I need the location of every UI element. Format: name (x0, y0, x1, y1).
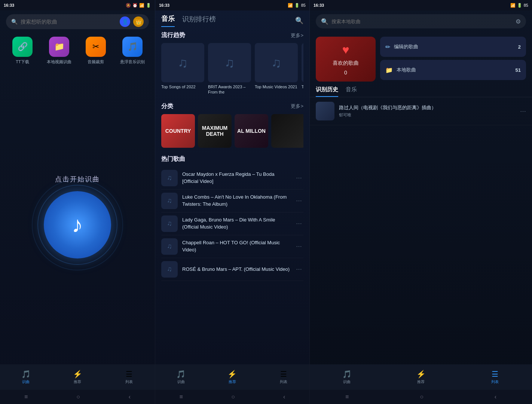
trending-more[interactable]: 更多> (291, 32, 303, 39)
song-note-icon-4: ♫ (167, 242, 172, 250)
nav-list-icon-1: ☰ (126, 370, 132, 379)
song-title-5: ROSÉ & Bruno Mars – APT. (Official Music… (182, 266, 290, 273)
hot-song-item-5[interactable]: ♫ ROSÉ & Bruno Mars – APT. (Official Mus… (161, 258, 303, 281)
song-thumb-2: ♫ (161, 193, 178, 209)
tab-identify-chart[interactable]: 识别排行榜 (182, 15, 216, 27)
quick-action-tt-download[interactable]: 🔗 TT下载 (6, 37, 39, 65)
nav-identify-1[interactable]: 🎵 识曲 (0, 370, 52, 385)
nav-list-1[interactable]: ☰ 列表 (103, 370, 155, 385)
song-more-3[interactable]: ⋯ (294, 218, 303, 229)
hot-song-item-4[interactable]: ♫ Chappell Roan – HOT TO GO! (Official M… (161, 235, 303, 258)
quick-action-local-video[interactable]: 📁 本地视频识曲 (43, 37, 76, 65)
tab-history[interactable]: 识别历史 (316, 86, 338, 97)
history-title-1: 路过人间（电视剧《我们与恶的距离》插曲） (339, 104, 516, 111)
history-tabs: 识别历史 音乐 (310, 86, 532, 97)
hot-song-item-3[interactable]: ♫ Lady Gaga, Bruno Mars – Die With A Smi… (161, 212, 303, 235)
avatar-icon[interactable]: 👤 (120, 16, 130, 27)
trending-title-topmv: Top Music Videos 2021 (255, 84, 298, 89)
category-more[interactable]: 更多> (291, 103, 303, 110)
panel-identify: 16:33 🔕 ⏰ 📶 🔋 🔍 👤 👑 🔗 TT下载 📁 本地视频识曲 (0, 0, 155, 404)
p3-setting-icon[interactable]: ⚙ (516, 18, 521, 25)
p3-search-input[interactable] (331, 19, 513, 24)
favorites-label: 喜欢的歌曲 (333, 60, 359, 67)
edit-icon: ✏ (385, 43, 390, 50)
trending-title-brit2023: BRIT Awards 2023 – From the (208, 84, 251, 95)
edit-songs-card[interactable]: ✏ 编辑的歌曲 2 (380, 37, 526, 57)
trending-section: 流行趋势 更多> ♫ Top Songs of 2022 ♫ BRIT Awar… (155, 27, 309, 98)
back-sys-icon-1[interactable]: ‹ (129, 394, 131, 400)
trending-card-top2022[interactable]: ♫ Top Songs of 2022 (161, 43, 204, 95)
hot-song-item-1[interactable]: ♫ Oscar Maydon x Fuerza Regida – Tu Boda… (161, 167, 303, 190)
home-sys-icon-1[interactable]: ○ (76, 394, 80, 400)
battery-icon-2: 🔋 (294, 3, 300, 8)
search-input-1[interactable] (21, 19, 117, 25)
nav-identify-icon-2: 🎵 (176, 370, 186, 379)
tab-music-3[interactable]: 音乐 (346, 86, 357, 97)
trending-row: ♫ Top Songs of 2022 ♫ BRIT Awards 2023 –… (161, 43, 303, 98)
tab-music-2[interactable]: 音乐 (161, 14, 175, 27)
hot-header: 热门歌曲 (161, 155, 303, 163)
nav-recommend-3[interactable]: ⚡ 推荐 (384, 370, 458, 385)
history-info-1: 路过人间（电视剧《我们与恶的距离》插曲） 郁可唯 (339, 104, 516, 118)
identify-circle-button[interactable]: ♪ (44, 191, 111, 258)
hot-song-item-2[interactable]: ♫ Luke Combs – Ain't No Love In Oklahoma… (161, 190, 303, 212)
tab-search-icon-2[interactable]: 🔍 (295, 16, 303, 25)
song-thumb-4: ♫ (161, 238, 178, 255)
status-icons-2: 📶 🔋 85 (288, 3, 306, 8)
local-songs-card[interactable]: 📁 本地歌曲 51 (380, 60, 526, 80)
quick-action-audio-cut[interactable]: ✂ 音频裁剪 (79, 37, 112, 65)
trending-card-topmv[interactable]: ♫ Top Music Videos 2021 (255, 43, 298, 95)
nav-list-3[interactable]: ☰ 列表 (458, 370, 532, 385)
quick-action-float-identify[interactable]: 🎵 悬浮音乐识别 (116, 37, 149, 65)
favorites-card[interactable]: ♥ 喜欢的歌曲 0 (316, 37, 376, 82)
nav-identify-2[interactable]: 🎵 识曲 (155, 370, 207, 385)
nav-identify-icon-3: 🎵 (342, 370, 352, 379)
menu-sys-icon-1[interactable]: ≡ (24, 394, 28, 400)
nav-identify-3[interactable]: 🎵 识曲 (310, 370, 384, 385)
song-more-1[interactable]: ⋯ (294, 173, 303, 183)
panel3-content: 🔍 ⚙ ♥ 喜欢的歌曲 0 ✏ 编辑的歌曲 2 📁 本地歌曲 51 (310, 10, 532, 364)
home-sys-icon-2[interactable]: ○ (231, 394, 235, 400)
bottom-nav-3: 🎵 识曲 ⚡ 推荐 ☰ 列表 (310, 364, 532, 390)
menu-sys-icon-3[interactable]: ≡ (345, 394, 349, 400)
history-more-1[interactable]: ⋯ (520, 108, 526, 115)
nav-recommend-2[interactable]: ⚡ 推荐 (207, 370, 258, 385)
trending-card-top2021[interactable]: ♫ Top 2021 (302, 43, 303, 95)
crown-icon[interactable]: 👑 (133, 16, 144, 27)
history-item-1[interactable]: 路过人间（电视剧《我们与恶的距离》插曲） 郁可唯 ⋯ (310, 97, 532, 125)
panel2-content: 流行趋势 更多> ♫ Top Songs of 2022 ♫ BRIT Awar… (155, 27, 309, 364)
edit-songs-count: 2 (518, 44, 521, 50)
status-time-2: 16:33 (159, 3, 169, 7)
song-info-2: Luke Combs – Ain't No Love In Oklahoma (… (182, 194, 290, 207)
home-sys-icon-3[interactable]: ○ (420, 394, 424, 400)
song-more-2[interactable]: ⋯ (294, 196, 303, 206)
category-row: COUNTRY MAXIMUM DEATH AL MILLON (161, 114, 303, 151)
menu-sys-icon-2[interactable]: ≡ (180, 394, 183, 400)
song-note-icon-3: ♫ (167, 220, 172, 227)
nav-recommend-label-3: 推荐 (417, 379, 425, 385)
song-note-icon-5: ♫ (167, 265, 172, 273)
song-more-4[interactable]: ⋯ (294, 241, 303, 251)
status-icons-3: 📶 🔋 85 (510, 3, 528, 8)
p3-search-bar[interactable]: 🔍 ⚙ (316, 14, 526, 28)
category-card-millon[interactable]: AL MILLON (235, 114, 268, 148)
status-time-1: 16:33 (4, 3, 14, 7)
song-info-4: Chappell Roan – HOT TO GO! (Official Mus… (182, 239, 290, 253)
song-thumb-1: ♫ (161, 170, 178, 186)
nav-recommend-1[interactable]: ⚡ 推荐 (52, 370, 103, 385)
trending-card-brit2023[interactable]: ♫ BRIT Awards 2023 – From the (208, 43, 251, 95)
trending-title-top2022: Top Songs of 2022 (161, 84, 204, 89)
back-sys-icon-3[interactable]: ‹ (495, 394, 496, 400)
category-card-dark[interactable] (271, 114, 303, 148)
nav-list-2[interactable]: ☰ 列表 (258, 370, 309, 385)
song-title-2: Luke Combs – Ain't No Love In Oklahoma (… (182, 194, 290, 207)
back-sys-icon-2[interactable]: ‹ (283, 394, 285, 400)
trending-thumb-top2022: ♫ (161, 43, 204, 82)
favorites-count: 0 (344, 70, 347, 76)
tt-download-icon: 🔗 (12, 37, 33, 57)
song-more-5[interactable]: ⋯ (294, 264, 303, 274)
category-card-maximum[interactable]: MAXIMUM DEATH (198, 114, 232, 148)
battery-icon: 🔋 (146, 3, 151, 8)
search-bar-1[interactable]: 🔍 👤 👑 (6, 14, 149, 29)
category-card-country[interactable]: COUNTRY (161, 114, 195, 148)
